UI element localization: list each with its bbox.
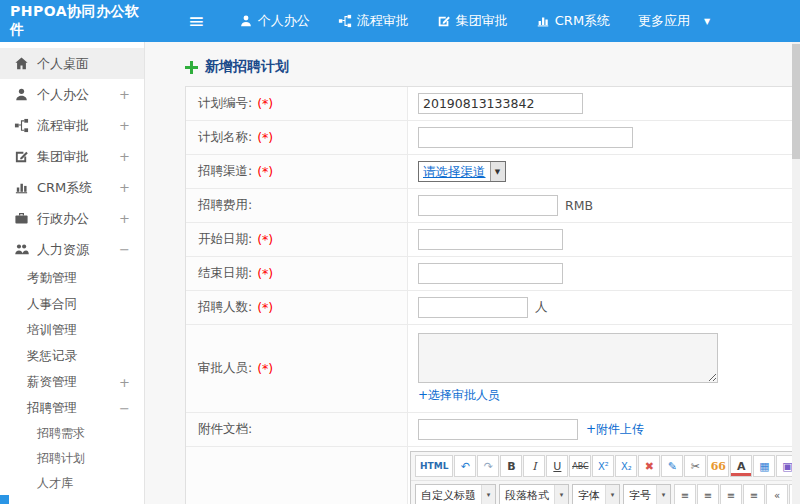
form-row: 计划编号: (*): [186, 87, 800, 121]
nav-more-apps[interactable]: 更多应用 ▼: [638, 12, 710, 30]
expand-toggle[interactable]: +: [119, 180, 130, 195]
heading-style-select[interactable]: 自定义标题 ▾: [415, 484, 496, 504]
cut-button[interactable]: ✂: [684, 455, 706, 477]
font-family-select[interactable]: 字体 ▾: [572, 484, 620, 504]
undo-button[interactable]: ↶: [454, 455, 476, 477]
editor-toolbar-row2: 自定义标题 ▾ 段落格式 ▾ 字体 ▾: [411, 480, 800, 504]
nav-label: 个人办公: [258, 12, 310, 30]
approver-textarea[interactable]: [418, 333, 718, 383]
field-label: 审批人员: (*): [186, 325, 408, 412]
sidebar-item-salary[interactable]: 薪资管理 +: [0, 369, 144, 395]
people-icon: [14, 242, 29, 257]
field-value: +附件上传: [408, 413, 800, 446]
form-row: 结束日期: (*): [186, 257, 800, 291]
sidebar-item-rewards[interactable]: 奖惩记录: [0, 343, 144, 369]
nav-workflow-approval[interactable]: 流程审批: [338, 12, 409, 30]
scrollbar-thumb[interactable]: [792, 44, 800, 159]
redo-button[interactable]: ↷: [477, 455, 499, 477]
channel-select[interactable]: 请选择渠道 ▼: [418, 161, 506, 182]
strikethrough-button[interactable]: ABC: [569, 455, 591, 477]
field-label-text: 开始日期:: [198, 231, 252, 248]
paragraph-format-select[interactable]: 段落格式 ▾: [499, 484, 569, 504]
expand-toggle[interactable]: +: [119, 118, 130, 133]
expand-toggle[interactable]: +: [119, 87, 130, 102]
paragraph-format-value: 段落格式: [505, 488, 549, 503]
remove-format-button[interactable]: ✖: [638, 455, 660, 477]
align-center-button[interactable]: ≡: [697, 484, 719, 504]
expand-toggle[interactable]: +: [119, 211, 130, 226]
unit-suffix: 人: [535, 299, 548, 316]
nav-crm-system[interactable]: CRM系统: [536, 12, 610, 30]
sidebar-item-personal-office[interactable]: 个人办公 +: [0, 79, 144, 110]
headcount-input[interactable]: [418, 297, 528, 318]
sidebar-item-attendance[interactable]: 考勤管理: [0, 265, 144, 291]
expand-toggle[interactable]: +: [119, 149, 130, 164]
sidebar-item-recruit-mgmt[interactable]: 招聘管理 −: [0, 395, 144, 421]
field-value: 人: [408, 291, 800, 324]
nav-personal-office[interactable]: 个人办公: [239, 12, 310, 30]
attachment-input[interactable]: [418, 419, 578, 440]
page-header: 新增招聘计划: [185, 58, 800, 76]
collapse-toggle[interactable]: −: [119, 401, 130, 416]
field-value: [408, 121, 800, 154]
cost-input[interactable]: [418, 195, 558, 216]
required-mark: (*): [257, 96, 273, 111]
field-label-text: 计划编号:: [198, 95, 252, 112]
start-date-input[interactable]: [418, 229, 563, 250]
font-size-select[interactable]: 字号 ▾: [623, 484, 671, 504]
font-color-button[interactable]: A: [730, 455, 752, 477]
bold-button[interactable]: B: [500, 455, 522, 477]
form-row: 审批人员: (*) +选择审批人员: [186, 325, 800, 413]
superscript-button[interactable]: X²: [592, 455, 614, 477]
field-label: 招聘渠道: (*): [186, 155, 408, 188]
form-row: 招聘费用: RMB: [186, 189, 800, 223]
html-source-button[interactable]: HTML: [415, 455, 453, 477]
nav-group-approval[interactable]: 集团审批: [437, 12, 508, 30]
field-value: [408, 87, 800, 120]
chart-icon: [536, 14, 550, 28]
indent-decrease-button[interactable]: «: [766, 484, 788, 504]
sidebar-item-talent-pool[interactable]: 人才库: [0, 471, 144, 496]
plan-no-input[interactable]: [418, 93, 583, 114]
select-approver-link[interactable]: +选择审批人员: [418, 387, 500, 404]
sidebar-item-label: 招聘需求: [37, 425, 85, 442]
sidebar-item-crm[interactable]: CRM系统 +: [0, 172, 144, 203]
subscript-button[interactable]: X₂: [615, 455, 637, 477]
collapse-toggle[interactable]: −: [119, 242, 130, 257]
end-date-input[interactable]: [418, 263, 563, 284]
nav-label: CRM系统: [555, 12, 610, 30]
sidebar-item-workflow-approval[interactable]: 流程审批 +: [0, 110, 144, 141]
caret-down-icon: ▼: [704, 17, 710, 26]
menu-toggle-icon[interactable]: ≡: [188, 11, 205, 31]
underline-button[interactable]: U: [546, 455, 568, 477]
format-painter-button[interactable]: ✎: [661, 455, 683, 477]
sidebar-item-training[interactable]: 培训管理: [0, 317, 144, 343]
sidebar-item-hr[interactable]: 人力资源 −: [0, 234, 144, 265]
align-right-button[interactable]: ≡: [720, 484, 742, 504]
field-label: 结束日期: (*): [186, 257, 408, 290]
align-left-button[interactable]: ≡: [674, 484, 696, 504]
sidebar-item-label: 人事合同: [27, 296, 77, 313]
app-logo[interactable]: PHPOA协同办公软件: [0, 3, 152, 39]
vertical-scrollbar[interactable]: [792, 42, 800, 504]
nav-label: 集团审批: [456, 12, 508, 30]
quote-button[interactable]: 66: [707, 455, 729, 477]
caret-down-icon: ▾: [656, 485, 670, 504]
required-mark: (*): [257, 164, 273, 179]
sidebar-item-desktop[interactable]: 个人桌面: [0, 48, 144, 79]
form-row: 招聘人数: (*) 人: [186, 291, 800, 325]
edit-icon: [14, 149, 29, 164]
sidebar-item-recruit-plan[interactable]: 招聘计划: [0, 446, 144, 471]
sidebar-item-hr-contract[interactable]: 人事合同: [0, 291, 144, 317]
align-justify-button[interactable]: ≡: [743, 484, 765, 504]
form-row-editor: HTML ↶ ↷ B I U ABC X² X₂ ✖ ✎ ✂ 6: [186, 447, 800, 504]
sidebar-item-recruit-demand[interactable]: 招聘需求: [0, 421, 144, 446]
sidebar-item-group-approval[interactable]: 集团审批 +: [0, 141, 144, 172]
plan-name-input[interactable]: [418, 127, 633, 148]
sidebar-item-admin-office[interactable]: 行政办公 +: [0, 203, 144, 234]
background-color-button[interactable]: ▦: [753, 455, 775, 477]
italic-button[interactable]: I: [523, 455, 545, 477]
expand-toggle[interactable]: +: [119, 375, 130, 390]
sidebar-item-label: 招聘管理: [27, 400, 77, 417]
attachment-upload-link[interactable]: +附件上传: [586, 421, 644, 438]
